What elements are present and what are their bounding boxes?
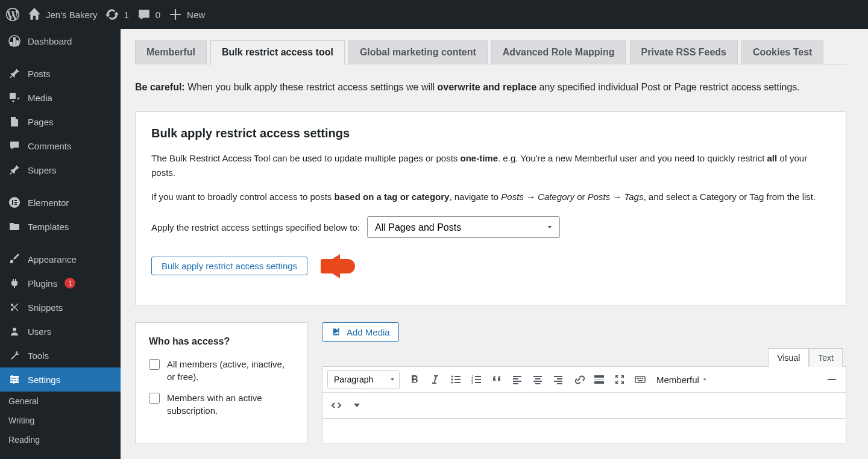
more-toolbar-button[interactable] [348,396,366,414]
sidebar-item-supers[interactable]: Supers [0,158,121,182]
sidebar-item-settings[interactable]: Settings [0,367,121,392]
tab-private-rss[interactable]: Private RSS Feeds [630,40,738,64]
bulk-apply-panel: Bulk apply restrict access settings The … [135,111,846,305]
sidebar-sub-reading[interactable]: Reading [0,430,121,449]
sidebar-item-tools[interactable]: Tools [0,343,121,367]
sidebar-item-posts[interactable]: Posts [0,61,121,86]
sidebar-item-pages[interactable]: Pages [0,110,121,134]
numbered-list-button[interactable]: 123 [467,370,485,389]
wp-logo[interactable] [6,8,19,21]
access-option-all-members[interactable]: All members (active, inactive, or free). [149,358,294,383]
sidebar-sub-writing[interactable]: Writing [0,411,121,430]
admin-sidebar: Dashboard Posts Media Pages Comments Sup… [0,29,121,459]
editor-mode-tabs: Visual Text [322,348,846,366]
user-icon [8,325,20,337]
sidebar-item-label: Snippets [28,302,63,313]
editor-toolbar-1: Paragraph 123 [322,367,846,393]
bulk-apply-button[interactable]: Bulk apply restrict access settings [151,257,307,275]
updates-count: 1 [124,10,128,20]
toolbar-toggle-button[interactable] [823,370,841,389]
svg-text:3: 3 [471,381,474,384]
sidebar-item-plugins[interactable]: Plugins 1 [0,271,121,295]
sidebar-item-label: Comments [28,141,72,151]
bullet-list-button[interactable] [447,370,465,389]
dashboard-icon [8,35,20,47]
sidebar-sub-general[interactable]: General [0,392,121,411]
sidebar-item-label: Settings [28,375,60,385]
sidebar-item-appearance[interactable]: Appearance [0,247,121,271]
tab-bulk-restrict[interactable]: Bulk restrict access tool [210,40,345,64]
quote-icon [491,373,503,386]
sidebar-item-label: Templates [28,222,69,232]
all-members-checkbox[interactable] [149,359,160,370]
sidebar-item-label: Elementor [28,198,69,208]
italic-button[interactable] [426,370,444,389]
memberful-dropdown[interactable]: Memberful [652,372,712,387]
apply-target-select[interactable]: All Pages and Posts [367,216,560,238]
page-icon [8,116,20,128]
read-more-button[interactable] [590,370,608,389]
svg-rect-32 [535,378,541,379]
tab-memberful[interactable]: Memberful [135,40,207,64]
svg-rect-38 [557,383,562,384]
plugins-badge: 1 [64,278,75,289]
align-left-button[interactable] [508,370,526,389]
svg-rect-27 [513,376,521,377]
who-has-access-panel: Who has access? All members (active, ina… [135,322,307,443]
fullscreen-icon [614,373,626,386]
editor-tab-text[interactable]: Text [809,348,843,367]
active-sub-checkbox[interactable] [149,393,160,404]
keyboard-button[interactable] [631,370,649,389]
fullscreen-button[interactable] [611,370,629,389]
pin-icon [8,164,20,176]
media-icon [331,326,342,337]
svg-rect-41 [594,381,604,384]
updates-link[interactable]: 1 [105,8,128,21]
access-option-active-sub[interactable]: Members with an active subscription. [149,392,294,417]
sidebar-item-templates[interactable]: Templates [0,214,121,239]
blockquote-button[interactable] [488,370,506,389]
svg-point-15 [451,376,453,378]
svg-rect-5 [14,202,17,203]
tab-global-marketing[interactable]: Global marketing content [348,40,488,64]
sidebar-item-snippets[interactable]: Snippets [0,295,121,319]
svg-rect-34 [535,383,541,384]
tab-advanced-role[interactable]: Advanced Role Mapping [491,40,626,64]
settings-icon [8,373,20,386]
sidebar-item-label: Supers [28,165,57,175]
italic-icon [429,373,441,386]
new-link[interactable]: New [169,8,205,21]
sidebar-item-elementor[interactable]: Elementor [0,190,121,214]
link-button[interactable] [570,370,588,389]
svg-rect-48 [828,379,836,380]
svg-rect-30 [513,383,518,384]
tab-cookies-test[interactable]: Cookies Test [741,40,823,64]
format-select[interactable]: Paragraph [327,370,400,389]
keyboard-icon [634,373,646,386]
sidebar-item-dashboard[interactable]: Dashboard [0,29,121,53]
chevron-down-icon [351,399,363,411]
svg-rect-24 [475,376,481,377]
align-right-button[interactable] [549,370,567,389]
editor-toolbar-2 [322,393,846,419]
svg-rect-44 [638,378,640,379]
site-home-link[interactable]: Jen's Bakery [28,8,97,21]
sidebar-item-comments[interactable]: Comments [0,134,121,158]
sidebar-item-users[interactable]: Users [0,319,121,343]
sidebar-item-media[interactable]: Media [0,86,121,110]
editor-canvas[interactable] [322,419,846,443]
svg-point-1 [11,94,13,96]
add-media-button[interactable]: Add Media [322,322,399,342]
svg-rect-31 [533,376,542,377]
code-button[interactable] [327,396,345,414]
sidebar-item-label: Plugins [28,278,57,289]
editor-tab-visual[interactable]: Visual [768,348,809,367]
svg-rect-6 [14,204,17,205]
comments-link[interactable]: 0 [137,8,160,21]
pin-icon [8,67,20,80]
bold-button[interactable] [406,370,424,389]
panel-description-2: If you want to broadly control access to… [151,190,830,204]
comment-icon [8,140,20,152]
folder-icon [8,220,20,233]
align-center-button[interactable] [529,370,547,389]
